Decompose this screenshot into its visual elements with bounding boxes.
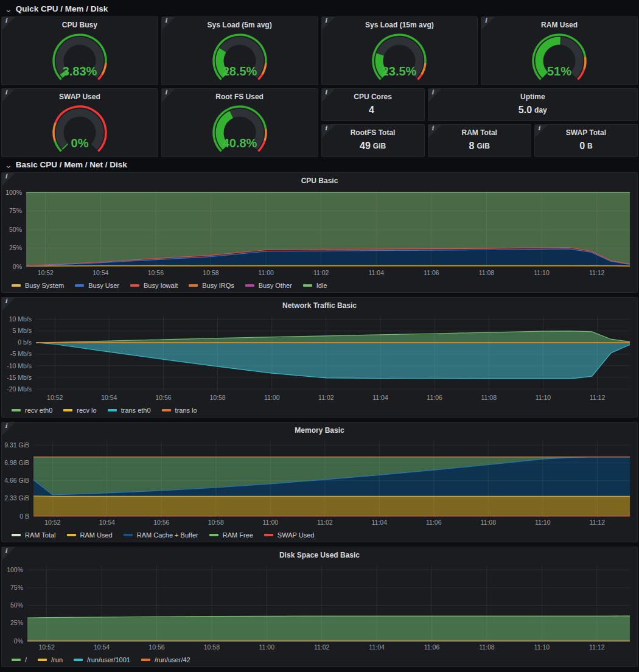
cpu-busy-gauge: 3.83% bbox=[34, 32, 125, 83]
info-icon[interactable]: i bbox=[428, 89, 442, 102]
legend-label: /run bbox=[51, 656, 63, 663]
legend-color-icon bbox=[124, 534, 133, 536]
panel-title[interactable]: CPU Basic bbox=[2, 173, 637, 187]
legend-label: /run/user/42 bbox=[155, 656, 190, 663]
x-axis-label: 11:10 bbox=[534, 643, 550, 651]
legend-item[interactable]: recv eth0 bbox=[12, 407, 52, 414]
legend-item[interactable]: /run bbox=[38, 656, 63, 663]
legend-item[interactable]: Busy System bbox=[12, 282, 64, 289]
section-header-basic[interactable]: ⌄ Basic CPU / Mem / Net / Disk bbox=[1, 157, 638, 172]
stats-block: i CPU Cores 4 i Uptime 5.0day i RootFS T… bbox=[321, 88, 638, 157]
legend-color-icon bbox=[12, 659, 21, 661]
legend-color-icon bbox=[108, 409, 117, 411]
panel-title[interactable]: CPU Cores bbox=[322, 89, 424, 103]
legend-item[interactable]: Busy IRQs bbox=[189, 282, 234, 289]
legend-label: Busy IRQs bbox=[202, 282, 234, 289]
gauge-threshold-arc bbox=[265, 128, 266, 141]
panel-title[interactable]: Sys Load (5m avg) bbox=[162, 17, 318, 32]
panel-swap-total: i SWAP Total 0B bbox=[534, 124, 638, 157]
y-axis-label: 6.98 GiB bbox=[4, 459, 29, 466]
y-axis-label: 25% bbox=[9, 244, 22, 251]
panel-title[interactable]: Uptime bbox=[428, 89, 637, 103]
x-axis-label: 10:56 bbox=[155, 394, 171, 401]
legend-label: RAM Used bbox=[80, 531, 113, 539]
gauge-value: 28.5% bbox=[222, 65, 257, 78]
y-axis-label: 100% bbox=[7, 566, 23, 573]
legend-item[interactable]: Busy Other bbox=[245, 282, 292, 289]
x-axis-label: 10:56 bbox=[148, 643, 164, 651]
y-axis-label: 2.33 GiB bbox=[4, 494, 29, 502]
panel-title[interactable]: Sys Load (15m avg) bbox=[322, 17, 478, 32]
info-icon[interactable]: i bbox=[322, 125, 335, 138]
x-axis-label: 11:06 bbox=[426, 519, 442, 526]
y-axis-label: -10 Mb/s bbox=[7, 362, 32, 369]
legend-item[interactable]: RAM Used bbox=[67, 531, 113, 539]
x-axis-label: 10:58 bbox=[204, 643, 220, 651]
info-icon[interactable]: i bbox=[2, 422, 15, 436]
y-axis-label: 0 B bbox=[19, 513, 29, 520]
panel-title[interactable]: Disk Space Used Basic bbox=[2, 547, 637, 562]
y-axis-label: 50% bbox=[10, 601, 23, 609]
legend-item[interactable]: Idle bbox=[303, 282, 327, 289]
legend-item[interactable]: trans eth0 bbox=[108, 407, 151, 414]
legend-color-icon bbox=[12, 284, 21, 287]
chart-legend: //run/run/user/1001/run/user/42 bbox=[2, 653, 637, 667]
info-icon[interactable]: i bbox=[2, 547, 15, 561]
legend-color-icon bbox=[74, 659, 83, 661]
legend-label: RAM Total bbox=[25, 531, 56, 539]
x-axis-label: 10:56 bbox=[153, 519, 169, 526]
section-header-quick[interactable]: ⌄ Quick CPU / Mem / Disk bbox=[1, 1, 638, 16]
legend-item[interactable]: Busy User bbox=[75, 282, 119, 289]
ram-used-gauge: 51% bbox=[514, 32, 605, 83]
info-icon[interactable]: i bbox=[535, 125, 548, 138]
panel-title[interactable]: Root FS Used bbox=[162, 89, 318, 103]
legend-item[interactable]: /run/user/1001 bbox=[74, 656, 130, 663]
x-axis-label: 11:04 bbox=[369, 643, 385, 651]
info-icon[interactable]: i bbox=[2, 89, 15, 102]
panel-title[interactable]: Memory Basic bbox=[2, 422, 637, 437]
x-axis-label: 11:12 bbox=[590, 394, 606, 401]
gauge-value: 40.8% bbox=[222, 136, 257, 150]
x-axis-label: 11:02 bbox=[318, 394, 334, 401]
gauge-threshold-arc bbox=[584, 57, 585, 69]
panel-title[interactable]: Network Traffic Basic bbox=[2, 298, 637, 312]
info-icon[interactable]: i bbox=[2, 17, 15, 30]
panel-cpu-basic: i CPU Basic 10:5210:5410:5610:5811:0011:… bbox=[1, 172, 638, 293]
legend-label: recv lo bbox=[77, 407, 96, 414]
stat-value: 8GiB bbox=[428, 139, 531, 156]
panel-network-traffic-basic: i Network Traffic Basic 10:5210:5410:561… bbox=[1, 297, 638, 418]
panel-title[interactable]: SWAP Total bbox=[535, 125, 637, 139]
legend-item[interactable]: RAM Cache + Buffer bbox=[124, 531, 198, 539]
legend-item[interactable]: trans lo bbox=[162, 407, 197, 414]
y-axis-label: 0% bbox=[14, 637, 23, 645]
panel-title[interactable]: CPU Busy bbox=[2, 17, 158, 32]
legend-item[interactable]: recv lo bbox=[63, 407, 96, 414]
y-axis-label: 5 Mb/s bbox=[12, 327, 32, 334]
panel-ram-used: i RAM Used 51% bbox=[481, 16, 638, 85]
legend-item[interactable]: RAM Free bbox=[209, 531, 253, 539]
panel-title[interactable]: RAM Total bbox=[428, 125, 531, 139]
info-icon[interactable]: i bbox=[428, 125, 442, 138]
legend-label: Idle bbox=[316, 282, 327, 289]
legend-color-icon bbox=[38, 659, 47, 661]
info-icon[interactable]: i bbox=[322, 89, 335, 102]
info-icon[interactable]: i bbox=[322, 17, 335, 30]
info-icon[interactable]: i bbox=[162, 89, 175, 102]
second-row: i SWAP Used 0% i Root FS Used 40.8% i CP… bbox=[1, 88, 638, 157]
legend-item[interactable]: Busy Iowait bbox=[130, 282, 178, 289]
info-icon[interactable]: i bbox=[2, 298, 15, 311]
legend-item[interactable]: RAM Total bbox=[12, 531, 56, 539]
legend-item[interactable]: SWAP Used bbox=[264, 531, 315, 539]
x-axis-label: 11:10 bbox=[534, 269, 550, 276]
gauge-row: i CPU Busy 3.83% i Sys Load (5m avg) 28.… bbox=[1, 16, 638, 85]
legend-item[interactable]: / bbox=[12, 656, 27, 663]
legend-color-icon bbox=[303, 284, 312, 287]
panel-title[interactable]: RAM Used bbox=[481, 17, 637, 32]
chevron-down-icon: ⌄ bbox=[5, 162, 12, 168]
info-icon[interactable]: i bbox=[162, 17, 175, 30]
legend-item[interactable]: /run/user/42 bbox=[141, 656, 190, 663]
panel-title[interactable]: SWAP Used bbox=[2, 89, 158, 103]
panel-title[interactable]: RootFS Total bbox=[322, 125, 424, 139]
info-icon[interactable]: i bbox=[2, 173, 15, 186]
info-icon[interactable]: i bbox=[481, 17, 495, 30]
